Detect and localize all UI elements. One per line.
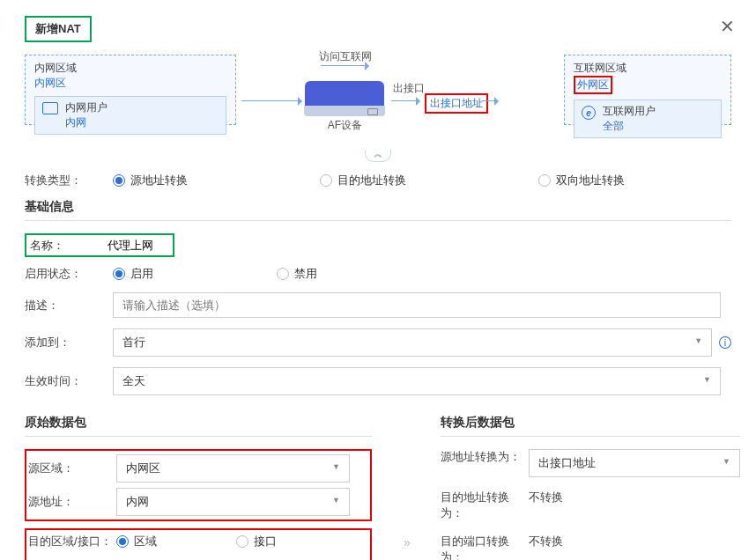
section-original-packet: 原始数据包 — [25, 415, 372, 437]
time-label: 生效时间： — [25, 373, 113, 389]
after-port-value: 不转换 — [529, 534, 563, 560]
after-src-select[interactable]: 出接口地址 — [529, 449, 740, 477]
arrow-icon — [482, 100, 498, 101]
dst-zone-if-label: 目的区域/接口： — [28, 534, 116, 549]
arrow-icon — [241, 100, 301, 101]
internal-zone-title: 内网区域 — [34, 61, 226, 76]
section-basic-info: 基础信息 — [25, 199, 731, 221]
ie-icon: e — [582, 106, 596, 120]
af-device: AF设备 — [305, 81, 385, 133]
page-title: 新增NAT — [25, 16, 92, 42]
internal-user-label: 内网用户 — [65, 100, 107, 115]
radio-bidir-nat[interactable]: 双向地址转换 — [538, 173, 625, 188]
time-select[interactable]: 全天 — [113, 367, 721, 395]
after-dst-value: 不转换 — [529, 490, 563, 521]
internet-access-label: 访问互联网 — [319, 49, 372, 64]
name-label: 名称： — [30, 238, 107, 254]
desc-label: 描述： — [25, 298, 113, 313]
src-zone-label: 源区域： — [28, 461, 116, 476]
name-input[interactable] — [107, 237, 169, 254]
monitor-icon — [42, 102, 58, 114]
internal-user-box: 内网用户 内网 — [34, 96, 226, 135]
addto-label: 添加到： — [25, 335, 113, 350]
radio-dest-nat[interactable]: 目的地址转换 — [320, 173, 406, 188]
desc-input[interactable] — [113, 292, 721, 318]
arrow-icon — [321, 65, 368, 66]
internet-user-label: 互联网用户 — [603, 104, 656, 119]
topology-diagram: 内网区域 内网区 内网用户 内网 访问互联网 AF设备 出接口 出接口地址 互联… — [25, 51, 731, 139]
out-port-label: 出接口 — [393, 81, 425, 96]
radio-enable[interactable]: 启用 — [113, 266, 153, 282]
arrow-right-icon: » — [404, 535, 409, 549]
radio-interface[interactable]: 接口 — [236, 534, 277, 549]
section-after-packet: 转换后数据包 — [441, 415, 740, 437]
name-highlight: 名称： — [25, 233, 174, 257]
radio-source-nat[interactable]: 源地址转换 — [113, 173, 188, 188]
internal-user-value: 内网 — [65, 115, 107, 130]
out-address-label: 出接口地址 — [425, 93, 488, 114]
collapse-toggle[interactable]: ︽ — [365, 150, 391, 162]
internet-zone-value: 外网区 — [574, 76, 612, 94]
device-label: AF设备 — [305, 118, 385, 133]
dst-highlight: 目的区域/接口： 区域 接口 外网区 — [25, 528, 372, 560]
internet-user-box: e 互联网用户 全部 — [574, 99, 722, 138]
arrow-icon — [391, 100, 419, 101]
src-highlight: 源区域： 内网区 源地址： 内网 — [25, 449, 372, 521]
after-dst-label: 目的地址转换为： — [441, 490, 529, 521]
internal-zone-value: 内网区 — [34, 76, 226, 91]
internet-zone-box: 互联网区域 外网区 e 互联网用户 全部 — [564, 55, 731, 125]
addto-select[interactable]: 首行 — [113, 328, 712, 357]
after-port-label: 目的端口转换为： — [441, 534, 529, 560]
internal-zone-box: 内网区域 内网区 内网用户 内网 — [25, 55, 236, 125]
convert-type-label: 转换类型： — [25, 173, 113, 188]
radio-zone[interactable]: 区域 — [116, 534, 157, 549]
after-src-label: 源地址转换为： — [441, 449, 529, 477]
src-addr-label: 源地址： — [28, 494, 116, 510]
info-icon[interactable]: i — [719, 336, 731, 349]
internet-zone-title: 互联网区域 — [574, 61, 722, 76]
src-zone-select[interactable]: 内网区 — [116, 454, 350, 483]
src-addr-select[interactable]: 内网 — [116, 488, 350, 516]
internet-user-value: 全部 — [603, 119, 656, 134]
enable-label: 启用状态： — [25, 266, 113, 282]
close-button[interactable]: ✕ — [720, 16, 735, 37]
radio-disable[interactable]: 禁用 — [277, 266, 317, 282]
